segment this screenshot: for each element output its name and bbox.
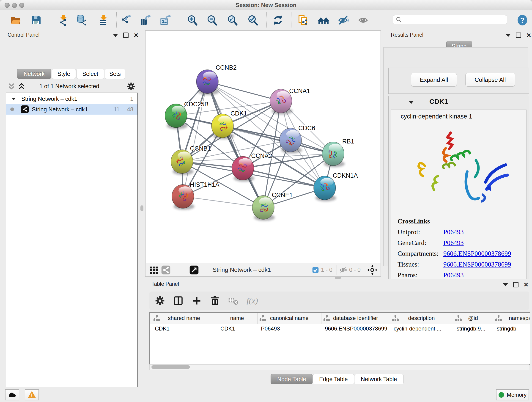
crosslink-link[interactable]: P06493 <box>443 228 464 236</box>
selected-checkbox-icon[interactable] <box>312 266 319 274</box>
float-table-icon[interactable] <box>513 282 519 287</box>
table-cell[interactable]: P06493 <box>257 324 321 334</box>
cloud-button[interactable] <box>5 389 19 400</box>
collapse-table-icon[interactable] <box>503 283 508 286</box>
node-CDKN1A[interactable] <box>314 176 336 201</box>
table-cell[interactable]: cyclin-dependent ... <box>390 324 453 334</box>
network-row[interactable]: String Network – cdk1 11 48 <box>6 104 138 115</box>
column-header--id[interactable]: @id <box>453 313 493 324</box>
collapse-results-icon[interactable] <box>506 34 511 37</box>
warnings-button[interactable] <box>25 389 39 400</box>
tab-sets[interactable]: Sets <box>105 69 125 79</box>
gene-section-expander-icon[interactable] <box>409 101 414 104</box>
node-CCNA2[interactable] <box>232 156 254 182</box>
fit-content-crosshair-icon[interactable] <box>367 265 377 275</box>
save-session-button[interactable] <box>30 14 42 26</box>
tab-network[interactable]: Network <box>17 69 51 79</box>
help-button[interactable] <box>516 14 528 26</box>
status-bar: Memory <box>0 387 532 402</box>
crosslink-link[interactable]: 9606.ENSP00000378699 <box>443 261 511 268</box>
crosslink-row: Compartments:9606.ENSP00000378699 <box>398 250 511 257</box>
refresh-view-button[interactable] <box>272 14 284 26</box>
column-header-label: database identifier <box>333 315 378 321</box>
edge-CCNE1-HIST1H1A[interactable] <box>183 196 263 207</box>
table-panel-title: Table Panel <box>152 281 179 287</box>
table-cell[interactable]: 9606.ENSP00000378699 <box>321 324 390 334</box>
tab-network-table[interactable]: Network Table <box>354 374 404 384</box>
node-table[interactable]: shared namenamecanonical namedatabase id… <box>149 312 530 365</box>
crosslink-link[interactable]: P06493 <box>443 271 464 279</box>
table-cell[interactable]: CDK1 <box>151 324 217 334</box>
hide-selected-button[interactable] <box>337 14 349 26</box>
tab-edge-table[interactable]: Edge Table <box>312 374 355 384</box>
import-table-button[interactable] <box>96 14 108 26</box>
open-file-button[interactable] <box>10 14 22 26</box>
column-header-database-identifier[interactable]: database identifier <box>321 313 390 324</box>
node-CCNE1[interactable] <box>252 196 275 221</box>
import-network-from-database-button[interactable] <box>76 14 88 26</box>
left-splitter-handle[interactable] <box>140 205 143 211</box>
column-header-canonical-name[interactable]: canonical name <box>257 313 322 324</box>
edge-CCNB2-HIST1H1A[interactable] <box>183 82 207 196</box>
table-cell[interactable]: CDK1 <box>217 324 257 334</box>
search-input[interactable] <box>404 16 503 23</box>
crosslink-link[interactable]: P06493 <box>443 239 464 247</box>
column-header-name[interactable]: name <box>217 313 258 324</box>
show-columns-button[interactable] <box>173 296 183 306</box>
delete-column-button[interactable] <box>210 296 220 306</box>
birds-eye-grid-icon[interactable] <box>149 265 158 274</box>
node-HIST1H1A[interactable] <box>172 185 195 210</box>
scrollbar-thumb[interactable] <box>152 365 190 369</box>
table-horizontal-scrollbar[interactable] <box>149 364 529 370</box>
close-table-icon[interactable]: ✕ <box>524 283 529 287</box>
node-RB1[interactable] <box>322 142 345 167</box>
network-canvas[interactable]: CCNB2CCNA1CDC25BCDK1CDC6RB1CCNB1CCNA2CDK… <box>145 31 381 264</box>
edge-CCNB2-CCNE1[interactable] <box>207 82 263 207</box>
tab-node-table[interactable]: Node Table <box>271 374 313 384</box>
horizontal-splitter-handle[interactable] <box>335 277 341 279</box>
column-header-namespace[interactable]: namespace <box>493 313 530 324</box>
close-panel-icon[interactable]: ✕ <box>133 33 139 37</box>
node-CCNB1[interactable] <box>171 150 194 175</box>
add-column-button[interactable] <box>191 296 202 306</box>
memory-button[interactable]: Memory <box>496 389 529 400</box>
float-results-icon[interactable] <box>516 32 521 38</box>
show-all-button[interactable] <box>358 14 370 26</box>
tab-style[interactable]: Style <box>52 69 76 79</box>
node-CDK1[interactable] <box>211 114 234 139</box>
table-gear-button[interactable] <box>155 296 165 306</box>
network-share-icon[interactable] <box>161 265 171 275</box>
zoom-selected-button[interactable] <box>247 14 259 26</box>
column-header-label: namespace <box>509 315 530 321</box>
column-header-description[interactable]: description <box>390 313 453 324</box>
node-CCNB2[interactable] <box>196 70 219 95</box>
network-view-toolbar: String Network – cdk1 1 - 0 0 - 0 <box>145 263 381 277</box>
tree-expander-icon[interactable] <box>12 97 16 100</box>
zoom-in-button[interactable] <box>186 14 198 26</box>
network-collection-row[interactable]: String Network – cdk1 1 <box>6 94 138 104</box>
zoom-fit-button[interactable] <box>227 14 239 26</box>
first-neighbors-button[interactable] <box>317 14 329 26</box>
import-network-button[interactable] <box>56 14 68 26</box>
string-results-container: Expand All Collapse All CDK1 cyclin-depe… <box>384 47 528 266</box>
open-in-window-icon[interactable] <box>189 265 199 275</box>
export-table-button[interactable] <box>140 14 152 26</box>
zoom-out-button[interactable] <box>206 14 218 26</box>
table-cell[interactable]: stringdb <box>493 324 530 334</box>
tab-select[interactable]: Select <box>76 69 104 79</box>
close-results-icon[interactable]: ✕ <box>526 33 531 37</box>
crosslink-link[interactable]: 9606.ENSP00000378699 <box>443 250 511 257</box>
export-network-button[interactable] <box>120 14 132 26</box>
node-CDC6[interactable] <box>279 128 302 153</box>
column-header-shared-name[interactable]: shared name <box>151 313 217 324</box>
collapse-panel-icon[interactable] <box>113 34 118 37</box>
table-cell[interactable]: stringdb:9... <box>453 324 493 334</box>
hidden-eye-icon <box>339 266 347 274</box>
duplicate-network-button[interactable] <box>297 14 309 26</box>
function-builder-button: f(x) <box>247 296 258 306</box>
collapse-all-button[interactable]: Collapse All <box>465 73 515 87</box>
float-panel-icon[interactable] <box>123 32 128 38</box>
network-options-gear-icon[interactable] <box>127 82 135 91</box>
export-image-button[interactable] <box>160 14 172 26</box>
expand-all-button[interactable]: Expand All <box>411 73 457 87</box>
